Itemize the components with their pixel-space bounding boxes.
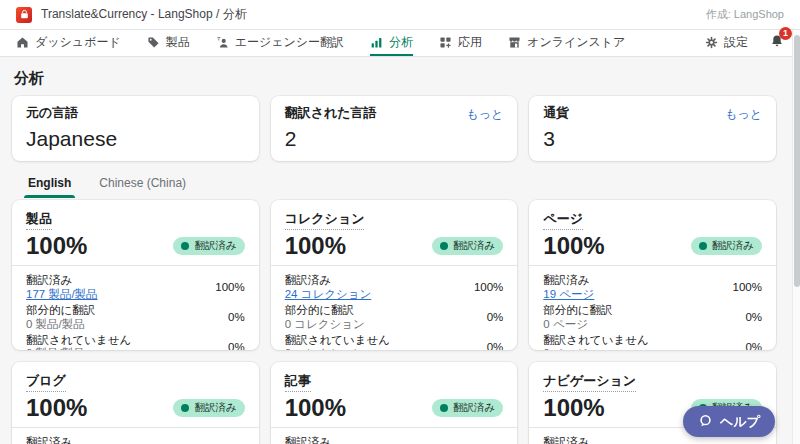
- nav-item-products[interactable]: 製品: [147, 30, 190, 56]
- row-left: 翻訳済み 2 ブログ: [26, 436, 72, 444]
- tab-english[interactable]: English: [14, 169, 85, 198]
- stat-label: 元の言語: [26, 104, 245, 122]
- card-title: ブログ: [26, 372, 66, 392]
- row-count-link[interactable]: 177 製品/製品: [26, 288, 98, 301]
- nav-item-label: ダッシュボード: [35, 34, 121, 51]
- translation-stat-row: 翻訳済み 177 製品/製品 100%: [26, 274, 245, 301]
- row-label: 翻訳されていません: [543, 334, 648, 347]
- row-percent: 0%: [745, 341, 762, 350]
- translation-stat-row: 翻訳されていません 0 製品/製品 0%: [26, 334, 245, 351]
- row-label: 翻訳済み: [26, 436, 72, 444]
- percent-row: 100% 翻訳済み: [26, 233, 245, 259]
- stat-value: 2: [285, 127, 504, 151]
- card-percent: 100%: [285, 395, 346, 421]
- translation-summary-card: ページ 100% 翻訳済み 翻訳済み 19 ページ 100% 部分的に翻訳: [529, 200, 776, 350]
- translation-stat-row: 翻訳されていません 0 コレクション 0%: [285, 334, 504, 351]
- content: 分析 元の言語 Japanese 翻訳された言語 2 もっと 通貨 3 もっと …: [0, 57, 800, 444]
- translation-stat-row: 部分的に翻訳 0 コレクション 0%: [285, 304, 504, 331]
- row-left: 翻訳済み 24 コレクション: [285, 274, 372, 301]
- help-button[interactable]: ヘルプ: [683, 406, 775, 437]
- bar-chart-icon: [370, 36, 383, 49]
- status-dot-icon: [440, 242, 448, 250]
- row-left: 翻訳済み 19 ページ: [543, 274, 594, 301]
- status-dot-icon: [181, 404, 189, 412]
- translation-stat-row: 部分的に翻訳 0 製品/製品 0%: [26, 304, 245, 331]
- row-left: 翻訳されていません 0 ページ: [543, 334, 648, 351]
- row-label: 翻訳済み: [285, 436, 331, 444]
- tab-chinese-china[interactable]: Chinese (China): [85, 169, 200, 198]
- vertical-scrollbar[interactable]: [792, 30, 800, 444]
- translated-status-badge: 翻訳済み: [432, 237, 503, 255]
- more-link[interactable]: もっと: [725, 106, 762, 123]
- card-body: 翻訳済み 2 ブログ 100% 部分的に翻訳 0 ブログ 0% 翻訳されていませ…: [12, 427, 259, 444]
- translated-status-badge: 翻訳済み: [691, 237, 762, 255]
- row-percent: 0%: [228, 311, 245, 323]
- card-header: 製品 100% 翻訳済み: [12, 200, 259, 265]
- stat-card-translated-languages: 翻訳された言語 2 もっと: [271, 96, 518, 161]
- nav-item-label: オンラインストア: [527, 34, 625, 51]
- stat-value: 3: [543, 127, 762, 151]
- badge-label: 翻訳済み: [712, 239, 754, 253]
- row-count: 0 製品/製品: [26, 347, 131, 350]
- row-count: 0 ページ: [543, 318, 612, 331]
- card-body: 翻訳済み 177 製品/製品 100% 部分的に翻訳 0 製品/製品 0% 翻訳…: [12, 265, 259, 350]
- row-left: 翻訳されていません 0 コレクション: [285, 334, 390, 351]
- row-percent: 0%: [487, 341, 504, 350]
- row-percent: 100%: [733, 281, 762, 293]
- row-count-link[interactable]: 19 ページ: [543, 288, 594, 301]
- card-percent: 100%: [26, 233, 87, 259]
- row-left: 翻訳されていません 0 製品/製品: [26, 334, 131, 351]
- row-label: 翻訳済み: [543, 436, 641, 444]
- row-label: 部分的に翻訳: [26, 304, 95, 317]
- card-percent: 100%: [285, 233, 346, 259]
- nav-item-analytics[interactable]: 分析: [370, 30, 413, 56]
- badge-label: 翻訳済み: [453, 239, 495, 253]
- card-body: 翻訳済み 4 記事 100% 部分的に翻訳 0 記事 0% 翻訳されていません …: [271, 427, 518, 444]
- nav-item-agency-translation[interactable]: エージェンシー翻訳: [216, 30, 344, 56]
- settings-button[interactable]: 設定: [705, 34, 748, 53]
- more-link[interactable]: もっと: [466, 106, 503, 123]
- translation-stat-row: 部分的に翻訳 0 ページ 0%: [543, 304, 762, 331]
- badge-label: 翻訳済み: [194, 401, 236, 415]
- nav-item-label: 分析: [389, 34, 413, 51]
- translated-status-badge: 翻訳済み: [173, 237, 244, 255]
- nav-item-online-store[interactable]: オンラインストア: [508, 30, 625, 56]
- card-percent: 100%: [543, 395, 604, 421]
- scrollbar-thumb[interactable]: [794, 35, 800, 287]
- card-header: ブログ 100% 翻訳済み: [12, 362, 259, 427]
- nav-item-dashboard[interactable]: ダッシュボード: [16, 30, 121, 56]
- status-dot-icon: [699, 242, 707, 250]
- percent-row: 100% 翻訳済み: [285, 233, 504, 259]
- row-label: 翻訳済み: [543, 274, 594, 287]
- card-title: ナビゲーション: [543, 372, 636, 392]
- help-label: ヘルプ: [720, 413, 760, 431]
- row-label: 翻訳されていません: [26, 334, 131, 347]
- translation-stat-row: 翻訳済み 29 ナビゲーション 100%: [543, 436, 762, 444]
- card-header: 記事 100% 翻訳済み: [271, 362, 518, 427]
- row-left: 部分的に翻訳 0 製品/製品: [26, 304, 95, 331]
- gear-icon: [705, 36, 718, 49]
- status-dot-icon: [181, 242, 189, 250]
- card-title: 記事: [285, 372, 311, 392]
- row-left: 翻訳済み 177 製品/製品: [26, 274, 98, 301]
- home-icon: [16, 36, 29, 49]
- card-header: ページ 100% 翻訳済み: [529, 200, 776, 265]
- row-count: 0 コレクション: [285, 318, 365, 331]
- badge-label: 翻訳済み: [453, 401, 495, 415]
- row-percent: 0%: [745, 311, 762, 323]
- notifications-button[interactable]: 1: [770, 34, 784, 52]
- card-header: コレクション 100% 翻訳済み: [271, 200, 518, 265]
- row-left: 部分的に翻訳 0 コレクション: [285, 304, 365, 331]
- percent-row: 100% 翻訳済み: [543, 233, 762, 259]
- nav-item-label: 応用: [458, 34, 482, 51]
- row-label: 部分的に翻訳: [543, 304, 612, 317]
- row-count-link[interactable]: 24 コレクション: [285, 288, 372, 301]
- apps-grid-icon: [439, 36, 452, 49]
- row-percent: 0%: [487, 311, 504, 323]
- row-label: 部分的に翻訳: [285, 304, 365, 317]
- status-dot-icon: [440, 404, 448, 412]
- badge-label: 翻訳済み: [194, 239, 236, 253]
- nav-item-apps[interactable]: 応用: [439, 30, 482, 56]
- stats-row: 元の言語 Japanese 翻訳された言語 2 もっと 通貨 3 もっと: [12, 96, 776, 161]
- translation-summary-card: 製品 100% 翻訳済み 翻訳済み 177 製品/製品 100% 部分的に翻訳: [12, 200, 259, 350]
